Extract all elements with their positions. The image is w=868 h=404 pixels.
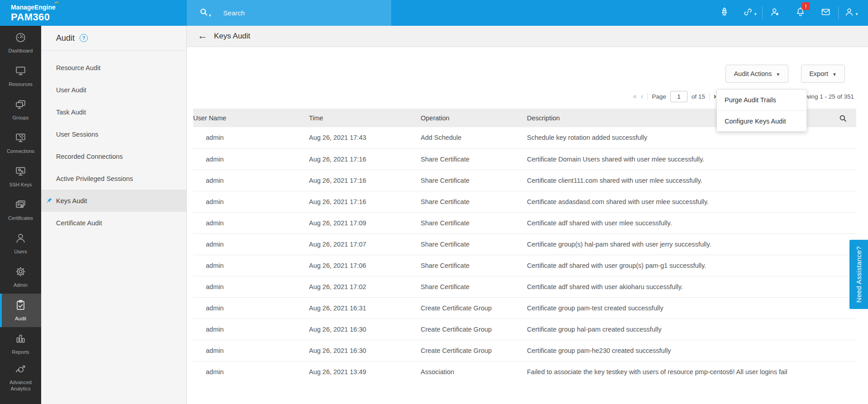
sidebar-item-advanced-analytics[interactable]: Advanced Analytics <box>0 361 41 394</box>
audit-sidebar-list: Resource Audit User Audit Task Audit <box>41 51 186 234</box>
sidebar-item-ssh-keys[interactable]: SSH Keys <box>0 160 41 193</box>
cell-time: Aug 26, 2021 16:31 <box>309 297 421 318</box>
topbar-icon-notifications[interactable]: ! <box>787 0 813 26</box>
audit-menu-item-certificate-audit[interactable]: Certificate Audit <box>41 212 186 234</box>
table-row: admin Aug 26, 2021 16:31 Create Certific… <box>193 297 856 318</box>
next-page-button[interactable]: › <box>714 93 716 100</box>
sidebar-item-label: Connections <box>6 148 35 154</box>
cell-operation: Share Certificate <box>421 170 527 191</box>
cell-description: Certificate group hal-pam created succes… <box>527 318 856 340</box>
cell-time: Aug 26, 2021 17:02 <box>309 276 421 297</box>
menu-item-configure-keys-audit[interactable]: Configure Keys Audit <box>717 110 806 131</box>
audit-actions-button[interactable]: Audit Actions ▼ <box>726 65 788 83</box>
topbar-icon-mail[interactable] <box>813 0 838 26</box>
back-arrow-icon[interactable]: ← <box>198 31 208 41</box>
cell-operation: Create Certificate Group <box>421 318 527 340</box>
audit-menu-item-label: Task Audit <box>56 109 86 116</box>
users-icon <box>14 232 27 246</box>
sidebar-item-certificates[interactable]: Certificates <box>0 193 41 227</box>
table-row: admin Aug 26, 2021 17:16 Share Certifica… <box>193 191 856 212</box>
cell-operation: Share Certificate <box>421 276 527 297</box>
sidebar-item-label: Certificates <box>7 215 34 221</box>
chevron-down-icon: ▼ <box>832 72 837 77</box>
sidebar-item-reports[interactable]: Reports <box>0 327 41 361</box>
sidebar-item-users[interactable]: Users <box>0 227 41 260</box>
cell-time: Aug 26, 2021 17:16 <box>309 191 421 212</box>
audit-menu-item-keys-audit[interactable]: Keys Audit <box>41 190 186 212</box>
sidebar-item-audit[interactable]: Audit <box>0 294 41 327</box>
search-input[interactable] <box>223 9 383 17</box>
help-icon[interactable]: ? <box>80 34 88 42</box>
column-header-operation[interactable]: Operation <box>421 109 527 127</box>
page-label: Page <box>652 93 666 100</box>
topbar-icon-rocket[interactable] <box>711 0 737 26</box>
cell-time: Aug 26, 2021 17:07 <box>309 233 421 255</box>
table-body: admin Aug 26, 2021 17:43 Add Schedule Sc… <box>193 127 856 376</box>
table-row: admin Aug 26, 2021 13:49 Association Fai… <box>193 361 856 376</box>
audit-menu-item-task-audit[interactable]: Task Audit <box>41 101 186 123</box>
page-total-label: of 15 <box>692 93 705 100</box>
brand-logo[interactable]: ManageEngine PAM360 <box>11 4 56 22</box>
brand-swoosh-icon <box>53 1 60 7</box>
cell-time: Aug 26, 2021 17:06 <box>309 255 421 276</box>
mail-icon <box>821 7 831 19</box>
table-row: admin Aug 26, 2021 17:16 Share Certifica… <box>193 170 856 191</box>
audit-menu-item-label: Resource Audit <box>56 64 100 71</box>
page-input[interactable] <box>670 91 688 102</box>
chevron-down-icon <box>856 9 858 17</box>
groups-icon <box>14 98 27 112</box>
global-search: ▾ <box>187 0 391 26</box>
chevron-down-icon: ▼ <box>776 72 780 77</box>
search-scope-toggle[interactable]: ▾ <box>199 7 211 19</box>
cell-user-name: admin <box>193 361 309 376</box>
audit-menu-item-resource-audit[interactable]: Resource Audit <box>41 57 186 79</box>
advanced-analytics-icon <box>14 363 27 377</box>
brand-name: ManageEngine <box>11 4 56 10</box>
table-row: admin Aug 26, 2021 17:07 Share Certifica… <box>193 233 856 255</box>
sidebar-item-label: Resources <box>8 81 33 87</box>
audit-menu-item-user-sessions[interactable]: User Sessions <box>41 123 186 145</box>
table-row: admin Aug 26, 2021 17:06 Share Certifica… <box>193 255 856 276</box>
topbar-icons: ! <box>711 0 863 26</box>
menu-item-purge-audit-trails[interactable]: Purge Audit Trails <box>717 90 806 110</box>
sidebar-item-label: Admin <box>13 282 28 288</box>
cell-description: Certificate adf shared with user akiohar… <box>527 276 856 297</box>
certificates-icon <box>14 199 27 213</box>
first-page-button[interactable]: « <box>633 93 637 100</box>
cell-operation: Association <box>421 361 527 376</box>
audit-menu-item-user-audit[interactable]: User Audit <box>41 79 186 101</box>
cell-operation: Share Certificate <box>421 212 527 233</box>
column-header-user-name[interactable]: User Name <box>193 109 309 127</box>
audit-menu-item-active-privileged-sessions[interactable]: Active Privileged Sessions <box>41 167 186 190</box>
cell-user-name: admin <box>193 340 309 361</box>
page-header: ← Keys Audit <box>187 26 868 47</box>
cell-operation: Create Certificate Group <box>421 340 527 361</box>
table-search-icon[interactable] <box>839 114 847 124</box>
topbar: ManageEngine PAM360 ▾ <box>0 0 868 26</box>
cell-user-name: admin <box>193 170 309 191</box>
link-icon <box>743 7 753 19</box>
cell-time: Aug 26, 2021 17:16 <box>309 170 421 191</box>
topbar-icon-user-star[interactable] <box>762 0 787 26</box>
audit-actions-menu: Purge Audit Trails Configure Keys Audit <box>716 89 807 132</box>
cell-description: Certificate adf shared with user mlee su… <box>527 212 856 233</box>
cell-operation: Share Certificate <box>421 191 527 212</box>
table-row: admin Aug 26, 2021 16:30 Create Certific… <box>193 340 856 361</box>
notification-badge: ! <box>802 2 810 10</box>
audit-menu-item-recorded-connections[interactable]: Recorded Connections <box>41 145 186 167</box>
sidebar-item-groups[interactable]: Groups <box>0 93 41 126</box>
table-row: admin Aug 26, 2021 17:16 Share Certifica… <box>193 148 856 170</box>
sidebar-item-resources[interactable]: Resources <box>0 59 41 93</box>
rocket-icon <box>719 7 730 19</box>
sidebar-item-admin[interactable]: Admin <box>0 260 41 294</box>
column-header-time[interactable]: Time <box>309 109 421 127</box>
prev-page-button[interactable]: ‹ <box>641 93 643 100</box>
sidebar-item-dashboard[interactable]: Dashboard <box>0 26 41 59</box>
sidebar-item-connections[interactable]: Connections <box>0 126 41 160</box>
topbar-icon-link[interactable] <box>737 0 762 26</box>
admin-icon <box>14 266 27 280</box>
topbar-icon-account[interactable] <box>838 0 863 26</box>
export-button[interactable]: Export ▼ <box>801 65 845 83</box>
sidebar-item-label: Audit <box>14 316 27 322</box>
need-assistance-tab[interactable]: Need Assistance? <box>849 240 868 309</box>
